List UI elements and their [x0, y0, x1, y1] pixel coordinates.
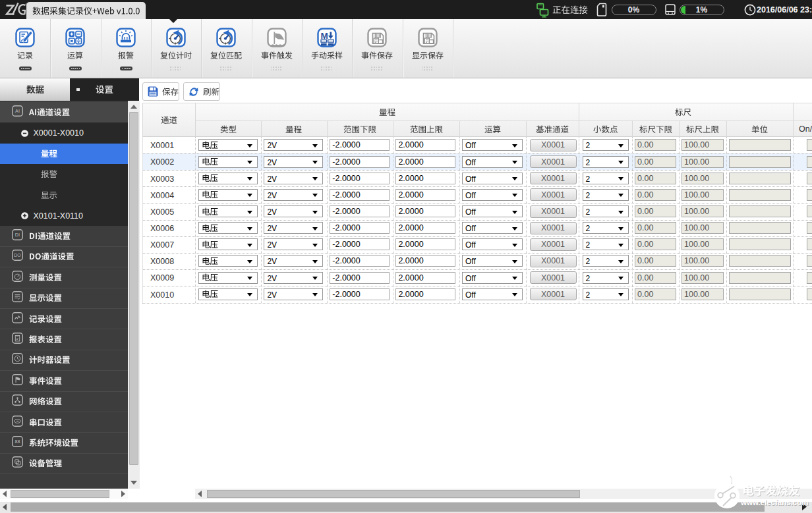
svg-text:DO: DO	[14, 254, 21, 258]
svg-text:M: M	[320, 31, 328, 41]
svg-text:AI: AI	[15, 108, 20, 114]
svg-text:DI: DI	[14, 232, 19, 238]
svg-text:88: 88	[14, 439, 20, 445]
